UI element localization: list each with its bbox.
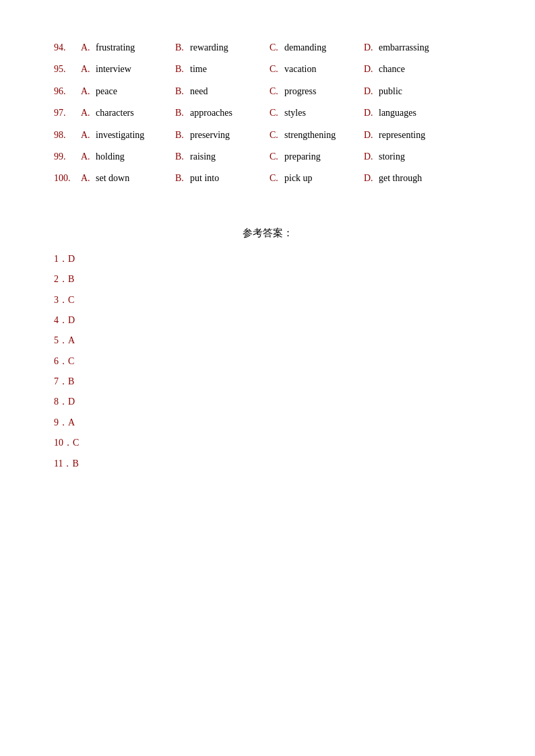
question-number: 96. (54, 84, 81, 99)
option-letter: C. (270, 40, 282, 55)
option-letter: C. (270, 62, 282, 77)
option-letter: A. (81, 40, 93, 55)
option-letter: A. (81, 84, 93, 99)
question-number: 99. (54, 149, 81, 164)
option: B.approaches (175, 106, 270, 121)
option: B.preserving (175, 128, 270, 143)
answers-list: 1．D2．B3．C4．D5．A6．C7．B8．D9．A10．C11．B (54, 252, 481, 471)
option-letter: C. (270, 171, 282, 186)
answer-item: 10．C (54, 436, 481, 450)
option-letter: B. (175, 62, 187, 77)
option-text: holding (96, 149, 125, 164)
option-letter: A. (81, 128, 93, 143)
option: D.embarrassing (364, 40, 458, 55)
answer-item: 2．B (54, 272, 481, 287)
question-number: 97. (54, 106, 81, 121)
option: D.get through (364, 171, 458, 186)
option-letter: C. (270, 84, 282, 99)
question-number: 98. (54, 128, 81, 143)
option-letter: C. (270, 149, 282, 164)
option: D.storing (364, 149, 458, 164)
option-text: rewarding (190, 40, 228, 55)
option-letter: D. (364, 84, 376, 99)
option-letter: B. (175, 40, 187, 55)
option-letter: B. (175, 171, 187, 186)
option: B.raising (175, 149, 270, 164)
option-letter: D. (364, 149, 376, 164)
option: B.put into (175, 171, 270, 186)
option-text: approaches (190, 106, 232, 121)
answer-item: 1．D (54, 252, 481, 267)
answers-section: 参考答案： 1．D2．B3．C4．D5．A6．C7．B8．D9．A10．C11．… (54, 227, 481, 471)
option-text: characters (96, 106, 134, 121)
option: A.investigating (81, 128, 175, 143)
question-row: 97.A.charactersB.approachesC.stylesD.lan… (54, 106, 481, 121)
option-text: representing (379, 128, 425, 143)
option-text: get through (379, 171, 422, 186)
option-text: demanding (284, 40, 326, 55)
option-text: chance (379, 62, 405, 77)
option-letter: D. (364, 62, 376, 77)
option: C.strengthening (270, 128, 364, 143)
option: C.preparing (270, 149, 364, 164)
option-letter: A. (81, 106, 93, 121)
page: 94.A.frustratingB.rewardingC.demandingD.… (0, 0, 535, 517)
question-row: 94.A.frustratingB.rewardingC.demandingD.… (54, 40, 481, 55)
option-text: peace (96, 84, 117, 99)
option: D.chance (364, 62, 458, 77)
option-letter: B. (175, 128, 187, 143)
option-letter: B. (175, 84, 187, 99)
question-number: 94. (54, 40, 81, 55)
question-row: 96.A.peaceB.needC.progressD.public (54, 84, 481, 99)
option-text: need (190, 84, 208, 99)
questions-section: 94.A.frustratingB.rewardingC.demandingD.… (54, 40, 481, 186)
option: A.holding (81, 149, 175, 164)
question-row: 99.A.holdingB.raisingC.preparingD.storin… (54, 149, 481, 164)
option: C.styles (270, 106, 364, 121)
option-text: styles (284, 106, 306, 121)
option-text: frustrating (96, 40, 135, 55)
option: B.need (175, 84, 270, 99)
option-letter: C. (270, 128, 282, 143)
option: A.interview (81, 62, 175, 77)
option-text: preparing (284, 149, 321, 164)
option-letter: D. (364, 106, 376, 121)
option-text: raising (190, 149, 216, 164)
option-text: vacation (284, 62, 316, 77)
option-text: time (190, 62, 207, 77)
option-text: embarrassing (379, 40, 429, 55)
option-text: set down (96, 171, 129, 186)
option-text: languages (379, 106, 416, 121)
option-letter: A. (81, 171, 93, 186)
option-text: storing (379, 149, 405, 164)
option-letter: D. (364, 128, 376, 143)
option-text: investigating (96, 128, 144, 143)
option-letter: D. (364, 171, 376, 186)
answer-item: 4．D (54, 313, 481, 328)
question-row: 100.A.set downB.put intoC.pick upD.get t… (54, 171, 481, 186)
option-letter: B. (175, 149, 187, 164)
option-text: progress (284, 84, 316, 99)
answer-item: 8．D (54, 394, 481, 409)
answer-item: 6．C (54, 354, 481, 369)
question-number: 100. (54, 171, 81, 186)
option-letter: B. (175, 106, 187, 121)
option-text: strengthening (284, 128, 336, 143)
option: C.pick up (270, 171, 364, 186)
option: A.set down (81, 171, 175, 186)
option-letter: A. (81, 62, 93, 77)
answer-item: 5．A (54, 333, 481, 348)
answer-item: 11．B (54, 456, 481, 471)
option: D.public (364, 84, 458, 99)
option-text: pick up (284, 171, 313, 186)
answers-title: 参考答案： (54, 227, 481, 240)
option: A.peace (81, 84, 175, 99)
option-text: public (379, 84, 402, 99)
option: C.demanding (270, 40, 364, 55)
option: C.progress (270, 84, 364, 99)
question-row: 98.A.investigatingB.preservingC.strength… (54, 128, 481, 143)
option-text: put into (190, 171, 219, 186)
option: A.characters (81, 106, 175, 121)
option: A.frustrating (81, 40, 175, 55)
option-letter: A. (81, 149, 93, 164)
